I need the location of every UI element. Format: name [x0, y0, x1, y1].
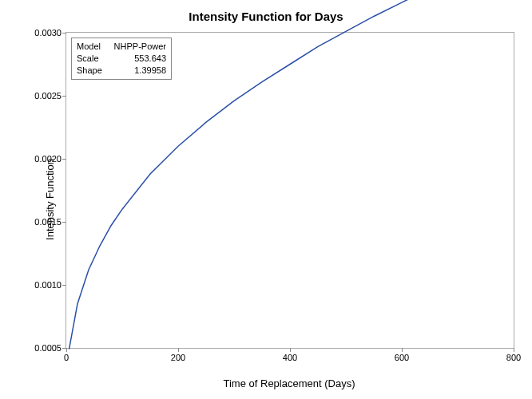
y-tick-label: 0.0020: [34, 154, 62, 164]
y-tick-mark: [62, 285, 66, 286]
chart-container: Intensity Function for Days Intensity Fu…: [0, 0, 532, 399]
y-tick-mark: [62, 159, 66, 160]
chart-title: Intensity Function for Days: [0, 10, 532, 23]
x-axis-label: Time of Replacement (Days): [66, 377, 513, 389]
y-tick-label: 0.0030: [34, 28, 62, 38]
y-tick-label: 0.0010: [34, 280, 62, 290]
x-tick-label: 200: [171, 353, 185, 362]
y-tick-mark: [62, 222, 66, 223]
y-tick-label: 0.0005: [34, 343, 62, 353]
y-tick-label: 0.0025: [34, 91, 62, 101]
plot-area: Model NHPP-Power Scale 553.643 Shape 1.3…: [66, 32, 514, 349]
y-tick-label: 0.0015: [34, 217, 62, 227]
x-tick-mark: [514, 348, 514, 352]
intensity-curve: [66, 33, 514, 348]
x-tick-mark: [290, 348, 291, 352]
y-axis-label: Intensity Function: [44, 159, 56, 240]
x-tick-label: 800: [506, 353, 521, 362]
x-tick-mark: [178, 348, 179, 352]
x-tick-mark: [402, 348, 403, 352]
x-tick-mark: [66, 348, 67, 352]
y-tick-mark: [62, 96, 66, 97]
x-tick-label: 600: [395, 353, 409, 362]
y-tick-mark: [62, 33, 66, 34]
x-tick-label: 0: [64, 353, 69, 362]
x-tick-label: 400: [283, 353, 297, 362]
